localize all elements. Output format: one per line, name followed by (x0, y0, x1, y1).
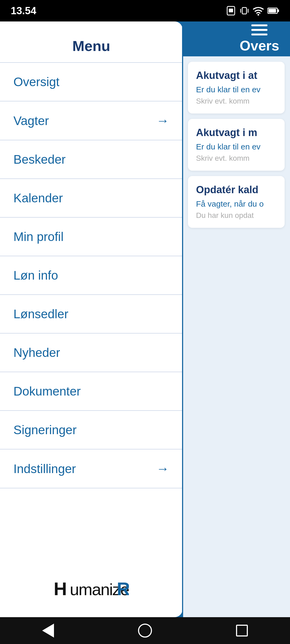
battery-icon (267, 7, 279, 14)
nav-back-button[interactable] (42, 624, 54, 638)
menu-item-indstillinger[interactable]: Indstillinger → (0, 449, 183, 488)
card-3: Opdatér kald Få vagter, når du o Du har … (188, 176, 285, 228)
menu-item-indstillinger-arrow: → (156, 461, 169, 476)
menu-item-kalender-label: Kalender (13, 191, 63, 205)
menu-item-vagter[interactable]: Vagter → (0, 101, 183, 140)
card-1: Akutvagt i at Er du klar til en ev Skriv… (188, 62, 285, 114)
home-icon (138, 624, 152, 638)
drawer-separator (182, 21, 183, 617)
svg-text:R: R (117, 579, 129, 597)
nav-bar (0, 617, 290, 644)
main-container: Overs Akutvagt i at Er du klar til en ev… (0, 21, 290, 617)
card-2-subtitle: Er du klar til en ev (196, 142, 277, 151)
menu-item-vagter-label: Vagter (13, 114, 49, 128)
card-2-title: Akutvagt i m (196, 127, 277, 138)
menu-item-vagter-arrow: → (156, 113, 169, 128)
menu-item-min-profil[interactable]: Min profil (0, 218, 183, 256)
card-3-title: Opdatér kald (196, 184, 277, 196)
menu-item-signeringer-label: Signeringer (13, 423, 77, 437)
menu-item-indstillinger-label: Indstillinger (13, 462, 76, 476)
card-1-title: Akutvagt i at (196, 70, 277, 81)
sim-icon (226, 6, 236, 16)
svg-text:H: H (54, 579, 66, 597)
card-2: Akutvagt i m Er du klar til en ev Skriv … (188, 119, 285, 171)
menu-item-beskeder[interactable]: Beskeder (0, 140, 183, 179)
svg-rect-7 (278, 9, 279, 12)
card-2-hint: Skriv evt. komm (196, 154, 277, 163)
menu-item-nyheder-label: Nyheder (13, 345, 60, 360)
header-right: Overs (240, 24, 279, 54)
menu-item-beskeder-label: Beskeder (13, 152, 66, 167)
menu-item-lonsedler-label: Lønsedler (13, 307, 68, 321)
nav-recents-button[interactable] (236, 625, 248, 636)
menu-item-oversigt[interactable]: Oversigt (0, 63, 183, 101)
recents-icon (236, 625, 248, 636)
menu-title: Menu (0, 21, 183, 62)
menu-item-lonsedler[interactable]: Lønsedler (0, 295, 183, 334)
menu-logo-area: H umanize R (0, 568, 183, 606)
hamburger-icon[interactable] (251, 24, 267, 35)
menu-item-oversigt-label: Oversigt (13, 75, 59, 89)
logo-svg: H umanize R (54, 579, 129, 597)
card-3-hint: Du har kun opdat (196, 211, 277, 220)
hamburger-line-3 (251, 34, 267, 35)
status-bar: 13.54 (0, 0, 290, 21)
svg-rect-1 (229, 9, 233, 12)
menu-item-dokumenter[interactable]: Dokumenter (0, 372, 183, 411)
svg-rect-8 (269, 9, 276, 13)
status-time: 13.54 (11, 5, 36, 17)
menu-item-lon-info-label: Løn info (13, 268, 58, 283)
menu-item-dokumenter-label: Dokumenter (13, 384, 81, 398)
wifi-icon (253, 6, 264, 16)
hamburger-line-1 (251, 24, 267, 26)
humanizer-logo: H umanize R (54, 579, 129, 601)
vibrate-icon (240, 6, 249, 16)
menu-item-lon-info[interactable]: Løn info (0, 256, 183, 295)
nav-home-button[interactable] (138, 624, 152, 638)
logo-h-letter: H umanize R (54, 582, 129, 601)
status-icons (226, 6, 279, 16)
menu-drawer: Menu Oversigt Vagter → Beskeder Kalender… (0, 21, 183, 617)
back-icon (42, 624, 54, 638)
hamburger-line-2 (251, 29, 267, 31)
svg-rect-2 (242, 8, 247, 14)
card-1-subtitle: Er du klar til en ev (196, 85, 277, 94)
menu-item-nyheder[interactable]: Nyheder (0, 334, 183, 372)
menu-item-signeringer[interactable]: Signeringer (0, 411, 183, 449)
svg-point-5 (258, 14, 259, 16)
header-title: Overs (240, 38, 279, 54)
card-3-subtitle: Få vagter, når du o (196, 199, 277, 208)
right-panel: Akutvagt i at Er du klar til en ev Skriv… (183, 56, 290, 617)
menu-item-min-profil-label: Min profil (13, 229, 64, 244)
menu-item-kalender[interactable]: Kalender (0, 179, 183, 218)
card-1-hint: Skriv evt. komm (196, 97, 277, 105)
